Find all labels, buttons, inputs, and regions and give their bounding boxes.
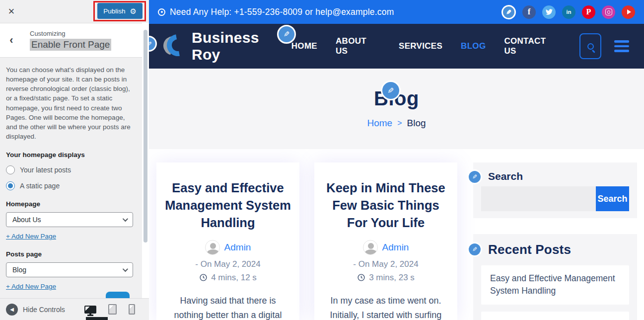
radio-circle-checked-icon[interactable] <box>6 181 15 190</box>
partial-blue-button[interactable] <box>106 292 130 299</box>
breadcrumb-separator: > <box>397 119 402 128</box>
customizer-sidebar: × Publish ⚙ ‹ Customizing Enable Front P… <box>0 0 149 320</box>
customizing-kicker: Customizing <box>30 30 111 37</box>
homepage-select[interactable]: About Us <box>6 212 133 227</box>
breadcrumb-home-link[interactable]: Home <box>367 118 392 129</box>
publish-button[interactable]: Publish ⚙ <box>97 3 143 19</box>
edit-pencil-icon[interactable]: ✎ <box>501 5 516 19</box>
breadcrumb: Home > Blog <box>149 118 644 129</box>
triangle-left-icon: ◀ <box>10 307 14 312</box>
chevron-left-icon: ‹ <box>9 34 13 46</box>
customizer-topbar: × Publish ⚙ <box>0 0 149 23</box>
add-new-page-link-homepage[interactable]: + Add New Page <box>6 233 56 240</box>
close-customizer-button[interactable]: × <box>0 0 23 23</box>
posts-page-label: Posts page <box>6 250 133 258</box>
posts-page-select[interactable]: Blog <box>6 262 133 277</box>
nav-item-blog[interactable]: BLOG <box>461 41 486 51</box>
customizer-footer: ◀ Hide Controls <box>0 298 149 320</box>
search-submit-button[interactable]: Search <box>596 186 629 211</box>
device-preview-switcher <box>84 304 135 315</box>
radio-static-page[interactable]: A static page <box>6 181 133 190</box>
tooltip-fragment <box>86 317 108 320</box>
chevron-down-icon <box>123 216 128 222</box>
customizer-body: You can choose what's displayed on the h… <box>0 58 140 298</box>
instagram-icon[interactable] <box>602 5 615 19</box>
radio-latest-posts[interactable]: Your latest posts <box>6 165 133 174</box>
nav-item-contact[interactable]: CONTACT US <box>504 36 560 56</box>
post-title[interactable]: Keep in Mind These Few Basic Things For … <box>322 179 449 232</box>
publish-label: Publish <box>103 7 125 15</box>
radio-latest-posts-label: Your latest posts <box>20 166 71 174</box>
collapse-sidebar-button[interactable]: ◀ <box>6 304 18 316</box>
search-input[interactable] <box>481 186 596 211</box>
desktop-preview-icon[interactable] <box>84 306 96 314</box>
social-icons-row: ✎ f in P <box>501 5 635 19</box>
post-author-row: Admin <box>164 240 291 255</box>
homepage-settings-description: You can choose what's displayed on the h… <box>6 65 133 141</box>
topbar: Need Any Help: +1-559-236-8009 or help@e… <box>149 0 644 24</box>
linkedin-icon[interactable]: in <box>562 5 575 19</box>
search-widget-title: Search <box>481 170 629 182</box>
edit-pencil-icon[interactable]: ✎ <box>381 80 401 100</box>
recent-posts-widget: ✎ Recent Posts Easy and Effective Manage… <box>473 234 637 320</box>
search-icon <box>587 43 594 50</box>
edit-pencil-icon[interactable]: ✎ <box>149 36 157 52</box>
post-read-time-row: 3 mins, 23 s <box>322 273 449 283</box>
tablet-preview-icon[interactable] <box>108 304 117 315</box>
nav-item-about[interactable]: ABOUT US <box>336 36 380 56</box>
post-excerpt: Having said that there is nothing better… <box>164 294 291 320</box>
search-widget: ✎ Search Search <box>473 162 637 218</box>
homepage-label: Homepage <box>6 200 133 208</box>
panel-header: ‹ Customizing Enable Front Page <box>0 23 149 58</box>
sidebar-scrollbar[interactable] <box>142 23 149 298</box>
nav-item-services[interactable]: SERVICES <box>399 41 442 51</box>
logo-text: Business Roy <box>192 29 291 63</box>
page-title-banner: Blog ✎ Home > Blog <box>149 69 644 149</box>
logo-swoosh-icon <box>163 34 190 58</box>
breadcrumb-current: Blog <box>407 118 426 129</box>
post-title[interactable]: Easy and Effective Management System Han… <box>164 179 291 232</box>
panel-title: Enable Front Page <box>30 39 111 51</box>
mobile-preview-icon[interactable] <box>129 304 135 315</box>
hamburger-menu-icon[interactable] <box>614 40 629 52</box>
pinterest-icon[interactable]: P <box>582 5 595 19</box>
edit-pencil-icon[interactable]: ✎ <box>277 25 296 44</box>
panel-titles: Customizing Enable Front Page <box>23 30 111 51</box>
youtube-icon[interactable] <box>622 5 635 19</box>
post-card: Keep in Mind These Few Basic Things For … <box>314 162 457 320</box>
target-icon <box>158 8 165 16</box>
camera-icon <box>605 8 612 15</box>
posts-page-select-value: Blog <box>12 266 26 274</box>
header-search-button[interactable] <box>579 33 601 59</box>
read-time: 4 mins, 12 s <box>211 273 257 283</box>
nav-item-home[interactable]: HOME <box>291 41 317 51</box>
recent-post-link[interactable]: Easy and Effective Management System Han… <box>481 265 629 305</box>
recent-posts-title: Recent Posts <box>481 242 629 257</box>
back-button[interactable]: ‹ <box>0 23 23 58</box>
edit-pencil-icon[interactable]: ✎ <box>467 242 482 257</box>
site-logo[interactable]: Business Roy <box>163 29 291 63</box>
radio-circle-icon[interactable] <box>6 165 15 174</box>
hide-controls-label[interactable]: Hide Controls <box>23 306 65 314</box>
twitter-icon[interactable] <box>542 5 556 19</box>
help-contact-text: Need Any Help: +1-559-236-8009 or help@e… <box>170 7 394 17</box>
scrollbar-thumb[interactable] <box>143 30 147 242</box>
post-card: Easy and Effective Management System Han… <box>156 162 299 320</box>
post-date: - On May 2, 2024 <box>164 259 291 269</box>
facebook-icon[interactable]: f <box>522 5 536 19</box>
site-preview: Need Any Help: +1-559-236-8009 or help@e… <box>149 0 644 320</box>
post-date: - On May 2, 2024 <box>322 259 449 269</box>
author-link[interactable]: Admin <box>224 242 251 253</box>
site-header: ✎ Business Roy ✎ HOME ABOUT US SERVICES … <box>149 24 644 69</box>
avatar <box>205 240 220 255</box>
gear-icon[interactable]: ⚙ <box>130 7 137 15</box>
post-excerpt: In my case as time went on. Initially, I… <box>322 294 449 320</box>
chevron-down-icon <box>123 266 128 272</box>
add-new-page-link-posts[interactable]: + Add New Page <box>6 283 56 290</box>
homepage-select-value: About Us <box>12 216 41 224</box>
edit-pencil-icon[interactable]: ✎ <box>467 169 482 184</box>
main-navigation: HOME ABOUT US SERVICES BLOG CONTACT US <box>291 36 560 56</box>
post-author-row: Admin <box>322 240 449 255</box>
recent-post-link[interactable]: Keep in Mind These Few Basic Things For … <box>481 312 629 320</box>
author-link[interactable]: Admin <box>382 242 409 253</box>
